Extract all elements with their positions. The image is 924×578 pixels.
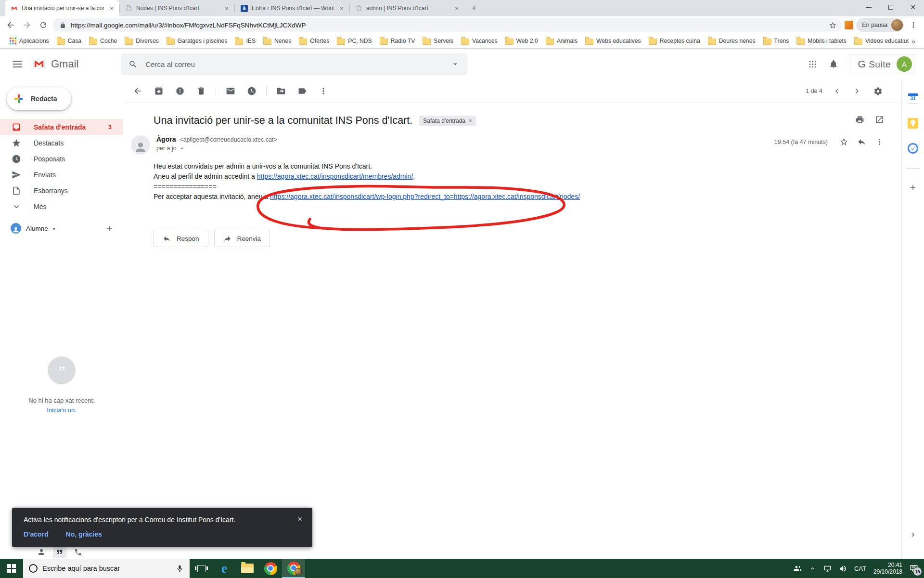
tab-close-icon[interactable]: ×	[338, 4, 346, 12]
labels-button[interactable]	[294, 82, 311, 100]
search-options-caret-icon[interactable]	[451, 60, 460, 68]
new-tab-button[interactable]: +	[467, 1, 481, 15]
calendar-icon[interactable]: 31	[908, 93, 918, 104]
sidebar-item-posposats[interactable]: Posposats	[0, 151, 123, 167]
browser-tab-gmail[interactable]: Una invitació per unir-se a la con ×	[5, 0, 119, 16]
sidebar-item-destacats[interactable]: Destacats	[0, 135, 123, 151]
archive-button[interactable]	[150, 82, 167, 100]
delete-button[interactable]	[192, 82, 210, 100]
settings-gear-icon[interactable]	[872, 82, 884, 100]
start-button[interactable]	[0, 559, 23, 578]
compose-button[interactable]: Redacta	[7, 87, 71, 110]
sidebar-item-esborranys[interactable]: Esborranys	[0, 183, 123, 198]
window-close-button[interactable]: ✕	[902, 0, 924, 14]
bookmark-folder-radio-tv[interactable]: Radio TV	[376, 37, 419, 45]
tab-close-icon[interactable]: ×	[453, 4, 461, 12]
browser-menu-button[interactable]	[907, 18, 920, 32]
remove-label-icon[interactable]: ×	[469, 118, 472, 124]
start-chat-link[interactable]: Inicia'n un.	[47, 407, 77, 414]
bookmark-folder-receptes-cuina[interactable]: Receptes cuina	[645, 37, 704, 45]
mail-search-box[interactable]	[121, 53, 467, 75]
open-in-new-icon[interactable]	[875, 115, 884, 126]
microphone-icon[interactable]	[176, 565, 184, 573]
address-bar[interactable]: https://mail.google.com/mail/u/3/#inbox/…	[53, 18, 842, 32]
report-spam-button[interactable]	[171, 82, 189, 100]
file-explorer-button[interactable]	[236, 559, 259, 578]
account-avatar[interactable]: A	[897, 56, 912, 72]
gsuite-account-chip[interactable]: G Suite A	[850, 54, 915, 74]
invitation-accept-link[interactable]: https://agora.xtec.cat/insponsdicart/wp-…	[270, 193, 580, 200]
people-icon[interactable]	[793, 564, 802, 573]
keep-icon[interactable]	[908, 118, 918, 129]
toast-dismiss-button[interactable]: No, gràcies	[66, 530, 102, 538]
collapse-panel-chevron-icon[interactable]	[902, 530, 924, 539]
taskbar-clock[interactable]: 20:41 29/10/2018	[873, 562, 902, 575]
label-chip[interactable]: Safata d'entrada ×	[419, 116, 476, 126]
browser-tab-wordpress[interactable]: à Entra ‹ INS Pons d'Icart — WordP ×	[235, 0, 349, 16]
reply-icon[interactable]	[857, 137, 866, 146]
forward-button[interactable]: Reenvia	[214, 230, 270, 247]
forward-button[interactable]	[20, 18, 34, 32]
bookmark-folder-animals[interactable]: Animals	[542, 37, 581, 45]
hangouts-tab-icon[interactable]	[53, 546, 66, 558]
search-icon[interactable]	[128, 60, 138, 69]
new-conversation-plus-icon[interactable]	[105, 224, 114, 233]
bookmark-folder-videos-educatius[interactable]: Videos educatius	[850, 37, 909, 45]
bookmark-apps-shortcut[interactable]: Aplicacions	[6, 38, 53, 44]
tasks-icon[interactable]	[908, 143, 918, 154]
bookmark-folder-ofertes[interactable]: Ofertes	[295, 37, 333, 45]
task-view-button[interactable]	[190, 559, 213, 578]
newer-chevron-icon[interactable]	[831, 82, 843, 100]
move-to-button[interactable]	[272, 82, 290, 100]
language-indicator[interactable]: CAT	[854, 565, 866, 572]
gmail-logo[interactable]: Gmail	[31, 58, 78, 70]
taskbar-search-box[interactable]: Escribe aquí para buscar	[23, 559, 190, 578]
mark-unread-button[interactable]	[222, 82, 239, 100]
edge-button[interactable]: e	[213, 559, 236, 578]
bookmark-folder-pc-nds[interactable]: PC, NDS	[333, 37, 375, 45]
get-addons-plus-icon[interactable]	[909, 183, 917, 192]
bookmark-folder-m-bils-i-tablets[interactable]: Mòbils i tablets	[793, 37, 850, 45]
phone-tab-icon[interactable]	[71, 546, 85, 558]
back-button[interactable]	[4, 18, 17, 32]
action-center-button[interactable]: 19	[910, 564, 918, 573]
bookmark-folder-ies[interactable]: IES	[231, 37, 259, 45]
bookmark-folder-webs-educatives[interactable]: Webs educatives	[581, 37, 645, 45]
bookmark-folder-web-2-0[interactable]: Web 2.0	[501, 37, 542, 45]
bookmark-folder-nenes[interactable]: Nenes	[259, 37, 295, 45]
search-input[interactable]	[144, 60, 444, 69]
browser-tab-nodes[interactable]: Nodes | INS Pons d'Icart ×	[120, 0, 234, 16]
chrome-active-button[interactable]	[282, 559, 305, 578]
notifications-bell-icon[interactable]	[829, 59, 838, 69]
back-to-inbox-button[interactable]	[129, 82, 146, 100]
older-chevron-icon[interactable]	[851, 82, 863, 100]
toast-close-icon[interactable]: ×	[295, 514, 305, 524]
bookmark-folder-vacances[interactable]: Vacances	[457, 37, 501, 45]
star-icon[interactable]	[839, 137, 848, 146]
tab-close-icon[interactable]: ×	[108, 4, 116, 12]
main-menu-button[interactable]	[8, 54, 27, 74]
tray-chevron-up-icon[interactable]	[809, 565, 816, 572]
sidebar-item-m-s[interactable]: Més	[0, 198, 123, 214]
bookmark-star-icon[interactable]	[829, 21, 837, 29]
profile-sync-chip[interactable]: En pausa	[856, 18, 904, 32]
window-minimize-button[interactable]	[858, 0, 880, 14]
hangouts-profile-row[interactable]: Alumne ▾	[0, 223, 123, 234]
tab-close-icon[interactable]: ×	[223, 4, 231, 12]
sidebar-item-safata-d-entrada[interactable]: Safata d'entrada3	[0, 119, 123, 135]
contacts-tab-icon[interactable]	[35, 546, 48, 558]
profile-link[interactable]: https://agora.xtec.cat/insponsdicart/mem…	[257, 172, 413, 180]
network-icon[interactable]	[823, 565, 832, 573]
print-icon[interactable]	[855, 115, 864, 126]
extension-icon[interactable]	[845, 21, 853, 29]
bookmark-folder-garatges-i-piscines[interactable]: Garatges i piscines	[163, 37, 231, 45]
browser-tab-admin[interactable]: admin | INS Pons d'Icart ×	[350, 0, 464, 16]
chrome-button[interactable]	[259, 559, 282, 578]
bookmark-folder-serveis[interactable]: Serveis	[419, 37, 457, 45]
bookmark-folder-deures-nenes[interactable]: Deures nenes	[704, 37, 759, 45]
sidebar-item-enviats[interactable]: Enviats	[0, 167, 123, 183]
reload-button[interactable]	[37, 18, 50, 32]
recipient-caret-icon[interactable]	[179, 145, 185, 152]
snooze-button[interactable]	[243, 82, 260, 100]
toast-accept-button[interactable]: D'acord	[24, 530, 49, 538]
